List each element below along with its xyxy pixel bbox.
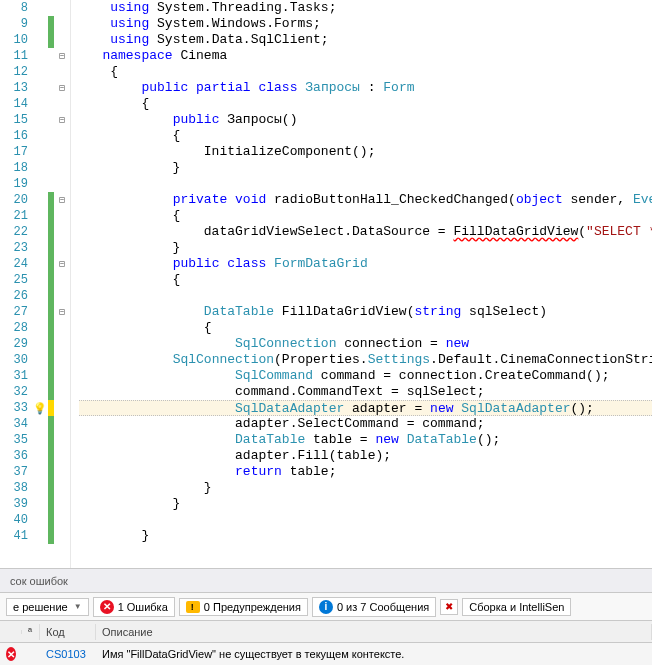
code-line[interactable]: DataTable FillDataGridView(string sqlSel… <box>79 304 652 320</box>
build-intellisense-dropdown[interactable]: Сборка и IntelliSen <box>462 598 571 616</box>
line-number: 39 <box>0 497 32 511</box>
change-marker <box>48 496 54 512</box>
line-number: 25 <box>0 273 32 287</box>
change-marker <box>48 336 54 352</box>
code-area[interactable]: using System.Threading.Tasks; using Syst… <box>71 0 652 568</box>
line-number: 8 <box>0 1 32 15</box>
code-line[interactable]: { <box>79 64 652 80</box>
code-editor[interactable]: 891011⊟1213⊟1415⊟1617181920⊟21222324⊟252… <box>0 0 652 568</box>
change-marker <box>48 352 54 368</box>
code-line[interactable]: public Запросы() <box>79 112 652 128</box>
gutter-line: 27⊟ <box>0 304 70 320</box>
change-marker <box>48 528 54 544</box>
fold-toggle[interactable]: ⊟ <box>54 258 70 270</box>
code-line[interactable]: { <box>79 128 652 144</box>
code-line[interactable]: } <box>79 496 652 512</box>
code-line[interactable]: { <box>79 208 652 224</box>
gutter-line: 17 <box>0 144 70 160</box>
code-line[interactable]: dataGridViewSelect.DataSource = FillData… <box>79 224 652 240</box>
code-line[interactable]: using System.Data.SqlClient; <box>79 32 652 48</box>
error-list-panel: сок ошибок е решение▼ ✕ 1 Ошибка 0 Преду… <box>0 568 652 665</box>
line-number: 20 <box>0 193 32 207</box>
code-line[interactable]: public class FormDataGrid <box>79 256 652 272</box>
solution-filter-dropdown[interactable]: е решение▼ <box>6 598 89 616</box>
change-marker <box>48 128 54 144</box>
error-list-header: ª Код Описание <box>0 621 652 643</box>
warnings-filter-button[interactable]: 0 Предупреждения <box>179 598 308 616</box>
gutter-line: 29 <box>0 336 70 352</box>
gutter-line: 10 <box>0 32 70 48</box>
code-line[interactable] <box>79 512 652 528</box>
messages-filter-button[interactable]: i 0 из 7 Сообщения <box>312 597 436 617</box>
change-marker <box>48 464 54 480</box>
code-line[interactable] <box>79 288 652 304</box>
change-marker <box>48 480 54 496</box>
info-icon: i <box>319 600 333 614</box>
code-line[interactable]: adapter.Fill(table); <box>79 448 652 464</box>
line-number: 32 <box>0 385 32 399</box>
code-line[interactable]: { <box>79 96 652 112</box>
error-code[interactable]: CS0103 <box>40 646 96 662</box>
code-line[interactable]: } <box>79 160 652 176</box>
code-line[interactable] <box>79 176 652 192</box>
line-number: 12 <box>0 65 32 79</box>
code-line[interactable]: { <box>79 320 652 336</box>
gutter-line: 41 <box>0 528 70 544</box>
line-number: 38 <box>0 481 32 495</box>
change-marker <box>48 432 54 448</box>
code-line[interactable]: using System.Threading.Tasks; <box>79 0 652 16</box>
chevron-down-icon: ▼ <box>74 602 82 611</box>
change-marker <box>48 384 54 400</box>
fold-toggle[interactable]: ⊟ <box>54 82 70 94</box>
change-marker <box>48 512 54 528</box>
gutter-line: 39 <box>0 496 70 512</box>
line-number: 27 <box>0 305 32 319</box>
gutter-line: 16 <box>0 128 70 144</box>
change-marker <box>48 32 54 48</box>
code-line[interactable]: DataTable table = new DataTable(); <box>79 432 652 448</box>
code-line[interactable]: command.CommandText = sqlSelect; <box>79 384 652 400</box>
code-line[interactable]: SqlConnection connection = new <box>79 336 652 352</box>
line-number: 18 <box>0 161 32 175</box>
warning-icon <box>186 601 200 613</box>
line-number: 9 <box>0 17 32 31</box>
code-line[interactable]: adapter.SelectCommand = command; <box>79 416 652 432</box>
code-line[interactable]: SqlCommand command = connection.CreateCo… <box>79 368 652 384</box>
line-number: 30 <box>0 353 32 367</box>
code-line[interactable]: } <box>79 528 652 544</box>
line-number: 36 <box>0 449 32 463</box>
header-code[interactable]: Код <box>40 624 96 640</box>
code-line[interactable]: SqlDataAdapter adapter = new SqlDataAdap… <box>79 400 652 416</box>
code-line[interactable]: return table; <box>79 464 652 480</box>
fold-toggle[interactable]: ⊟ <box>54 50 70 62</box>
toggle-button[interactable]: ✖ <box>440 599 458 615</box>
change-marker <box>48 208 54 224</box>
code-line[interactable] <box>79 544 652 560</box>
line-number: 35 <box>0 433 32 447</box>
gutter-line: 36 <box>0 448 70 464</box>
code-line[interactable]: private void radioButtonHall_CheckedChan… <box>79 192 652 208</box>
fold-toggle[interactable]: ⊟ <box>54 306 70 318</box>
gutter-line: 13⊟ <box>0 80 70 96</box>
code-line[interactable]: { <box>79 272 652 288</box>
change-marker <box>48 320 54 336</box>
errors-filter-button[interactable]: ✕ 1 Ошибка <box>93 597 175 617</box>
code-line[interactable]: namespace Cinema <box>79 48 652 64</box>
change-marker <box>48 224 54 240</box>
code-line[interactable]: SqlConnection(Properties.Settings.Defaul… <box>79 352 652 368</box>
fold-toggle[interactable]: ⊟ <box>54 114 70 126</box>
header-description[interactable]: Описание <box>96 624 652 640</box>
code-line[interactable]: InitializeComponent(); <box>79 144 652 160</box>
fold-toggle[interactable]: ⊟ <box>54 194 70 206</box>
code-line[interactable]: using System.Windows.Forms; <box>79 16 652 32</box>
gutter-line: 30 <box>0 352 70 368</box>
line-number: 40 <box>0 513 32 527</box>
code-line[interactable]: } <box>79 480 652 496</box>
code-line[interactable]: public partial class Запросы : Form <box>79 80 652 96</box>
change-marker <box>48 544 54 560</box>
code-line[interactable]: } <box>79 240 652 256</box>
error-row[interactable]: ✕ CS0103 Имя "FillDataGridView" не сущес… <box>0 643 652 665</box>
lightbulb-icon[interactable]: 💡 <box>32 402 48 415</box>
change-marker <box>48 448 54 464</box>
change-marker <box>48 240 54 256</box>
